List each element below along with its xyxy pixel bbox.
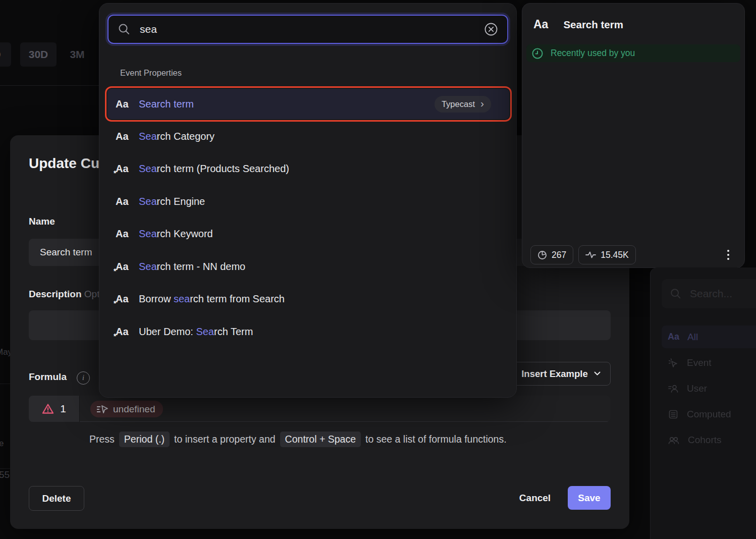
event-token-icon <box>96 405 109 414</box>
property-row-borrow-search-term[interactable]: Aa* Borrow search term from Search <box>107 283 509 316</box>
kbd-period: Period (.) <box>119 432 170 447</box>
property-row-search-term-nn-demo[interactable]: Aa* Search term - NN demo <box>107 250 509 283</box>
property-search-box[interactable] <box>107 15 508 44</box>
property-row-search-keyword[interactable]: Aa Search Keyword <box>107 218 509 251</box>
sidebar-search-box[interactable] <box>662 279 756 308</box>
property-row-uber-demo-search-term[interactable]: Aa* Uber Demo: Search Term <box>107 315 509 348</box>
name-label: Name <box>29 216 55 227</box>
computed-icon <box>668 409 679 420</box>
property-detail-panel: Aa Search term Recently used by you 267 <box>522 3 745 268</box>
custom-property-icon: Aa* <box>116 326 139 338</box>
activity-icon <box>585 251 596 259</box>
custom-property-icon: Aa* <box>116 293 139 305</box>
formula-label: Formula <box>29 371 67 383</box>
cancel-button[interactable]: Cancel <box>507 486 563 510</box>
time-range-30d[interactable]: 30D <box>20 42 57 67</box>
sidebar-item-all[interactable]: Aa All <box>662 326 756 348</box>
property-label: Search term (Products Searched) <box>139 163 289 175</box>
divider <box>0 85 99 86</box>
sidebar-item-user[interactable]: User <box>662 377 756 400</box>
property-search-input[interactable] <box>139 23 484 36</box>
app-root: D 30D 3M May e 55 Update Cu Name Descrip… <box>0 0 756 539</box>
text-property-icon: Aa <box>116 196 139 207</box>
user-icon <box>668 383 679 394</box>
warning-icon <box>42 403 54 414</box>
info-icon[interactable]: i <box>77 371 90 385</box>
formula-instructions: Press Period (.) to insert a property an… <box>89 432 507 447</box>
property-row-search-engine[interactable]: Aa Search Engine <box>107 185 509 218</box>
modal-title: Update Cu <box>29 155 99 172</box>
search-icon <box>670 288 682 300</box>
sidebar-item-event[interactable]: Event <box>662 351 756 374</box>
kbd-control-space: Control + Space <box>280 432 361 447</box>
custom-property-icon: Aa* <box>116 163 139 175</box>
pie-chart-icon <box>537 250 547 260</box>
clock-icon <box>531 47 544 60</box>
insert-example-button[interactable]: Insert Example <box>511 362 611 386</box>
event-icon <box>668 357 679 368</box>
property-results-list: Aa Search term Typecast › Aa Search Cate… <box>107 88 509 348</box>
property-label: Search term <box>139 98 194 110</box>
text-property-icon: Aa <box>116 228 139 240</box>
property-label: Search term - NN demo <box>139 261 245 273</box>
property-label: Borrow search term from Search <box>139 293 285 305</box>
property-label: Search Engine <box>139 196 205 207</box>
property-detail-title: Search term <box>563 19 623 31</box>
sidebar-item-computed[interactable]: Computed <box>662 403 756 425</box>
property-row-search-category[interactable]: Aa Search Category <box>107 120 509 153</box>
custom-property-icon: Aa* <box>116 261 139 273</box>
sidebar-item-cohorts[interactable]: Cohorts <box>662 428 756 451</box>
more-options-icon[interactable] <box>723 249 733 261</box>
chart-value-fragment: 55 <box>0 469 10 480</box>
cohorts-icon <box>668 435 680 446</box>
clear-search-icon[interactable] <box>484 22 498 36</box>
cardinality-stat[interactable]: 267 <box>530 245 573 264</box>
undefined-token-chip[interactable]: undefined <box>90 401 163 417</box>
formula-editor[interactable]: 1 undefined <box>29 396 611 422</box>
formula-error-count: 1 <box>29 396 80 422</box>
chevron-right-icon: › <box>480 98 484 109</box>
gridline <box>0 468 10 469</box>
chart-label-fragment: e <box>0 439 4 449</box>
text-property-icon: Aa <box>116 131 139 142</box>
text-property-type-icon: Aa <box>533 18 548 31</box>
text-property-icon: Aa <box>668 332 679 342</box>
property-type-sidebar: Aa All Event User <box>650 267 756 539</box>
property-label: Uber Demo: Search Term <box>139 326 253 338</box>
time-range-3m[interactable]: 3M <box>65 42 90 67</box>
recently-used-banner: Recently used by you <box>526 44 740 62</box>
time-range-partial[interactable]: D <box>0 42 11 67</box>
property-label: Search Category <box>139 131 214 142</box>
typecast-badge[interactable]: Typecast › <box>435 96 491 113</box>
delete-button[interactable]: Delete <box>29 486 84 511</box>
property-row-search-term[interactable]: Aa Search term Typecast › <box>107 89 509 119</box>
section-header-event-properties: Event Properties <box>120 68 182 78</box>
sidebar-search-input[interactable] <box>689 287 746 300</box>
search-icon <box>118 23 131 36</box>
property-label: Search Keyword <box>139 228 213 240</box>
property-search-dropdown: Event Properties Aa Search term Typecast… <box>99 3 517 398</box>
text-property-icon: Aa <box>116 98 139 110</box>
event-volume-stat[interactable]: 15.45K <box>578 245 635 264</box>
gridline <box>0 384 10 384</box>
formula-input[interactable]: undefined <box>80 396 611 422</box>
chevron-down-icon <box>594 371 601 376</box>
property-row-search-term-products-searched[interactable]: Aa* Search term (Products Searched) <box>107 153 509 186</box>
save-button[interactable]: Save <box>568 486 611 510</box>
